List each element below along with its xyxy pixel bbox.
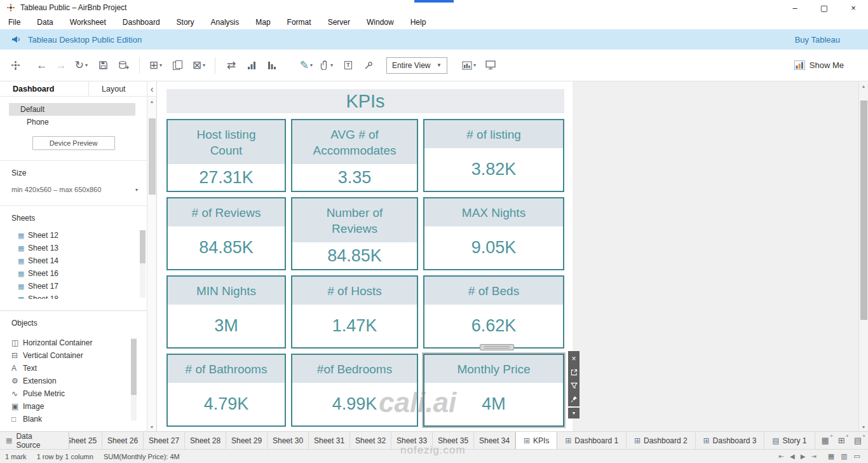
sheet-list-item-sheet-13[interactable]: ▦Sheet 13 xyxy=(0,242,147,254)
last-tab-button[interactable]: ⇥ xyxy=(811,453,816,460)
kpi-card-monthly-price[interactable]: Monthly Price4M xyxy=(423,354,564,427)
sheet-list-item-sheet-16[interactable]: ▦Sheet 16 xyxy=(0,267,147,280)
tab-sheet-28[interactable]: Sheet 28 xyxy=(185,432,226,449)
tab-sheet-29[interactable]: Sheet 29 xyxy=(226,432,268,449)
kpi-card-of-beds[interactable]: # of Beds6.62K xyxy=(423,275,564,349)
tab-dashboard-2[interactable]: ⊞Dashboard 2 xyxy=(627,432,696,449)
tab-dashboard[interactable]: Dashboard xyxy=(0,81,88,96)
object-item-blank[interactable]: □Blank xyxy=(0,413,147,423)
scrollbar-thumb[interactable] xyxy=(131,339,137,395)
swap-axes-button[interactable]: ⇄ xyxy=(224,59,239,72)
tab-sheet-26[interactable]: Sheet 26 xyxy=(102,432,144,449)
close-button[interactable]: × xyxy=(839,0,868,15)
redo-button[interactable]: → xyxy=(53,59,69,72)
sort-descending-button[interactable] xyxy=(264,61,280,70)
show-hide-cards-button[interactable]: ▾ xyxy=(461,61,477,70)
device-option-default[interactable]: Default xyxy=(9,103,135,116)
kpi-card-of-bedrooms[interactable]: #of Bedrooms4.99K xyxy=(291,354,418,427)
tab-dashboard-1[interactable]: ⊞Dashboard 1 xyxy=(557,432,627,449)
menu-item-help[interactable]: Help xyxy=(402,15,435,29)
menu-item-story[interactable]: Story xyxy=(168,15,203,29)
group-members-button[interactable]: ▾ xyxy=(319,60,334,70)
collapse-pane-button[interactable]: ‹ xyxy=(147,81,156,97)
tab-sheet-32[interactable]: Sheet 32 xyxy=(350,432,391,449)
object-item-image[interactable]: ▣Image xyxy=(0,400,147,413)
size-selector[interactable]: min 420x560 – max 650x860 ▾ xyxy=(11,183,138,197)
sort-ascending-button[interactable] xyxy=(244,61,259,70)
tab-sheet-34[interactable]: Sheet 34 xyxy=(474,432,515,449)
next-tab-button[interactable]: ▶ xyxy=(801,453,806,460)
show-me-button[interactable]: Show Me xyxy=(794,60,844,70)
buy-tableau-link[interactable]: Buy Tableau xyxy=(795,35,840,45)
highlight-button[interactable]: ✎▾ xyxy=(299,59,314,72)
menu-item-worksheet[interactable]: Worksheet xyxy=(62,15,114,29)
scrollbar-thumb[interactable] xyxy=(860,100,867,320)
sheets-scrollbar[interactable] xyxy=(140,230,146,298)
sheet-list-item-sheet-18[interactable]: ▦Sheet 18 xyxy=(0,293,147,299)
menu-item-format[interactable]: Format xyxy=(279,15,320,29)
new-worksheet-toolbar-button[interactable]: ⊞▾ xyxy=(148,59,163,72)
scroll-up-button[interactable]: ▲ xyxy=(859,81,868,90)
scrollbar-thumb[interactable] xyxy=(140,230,146,263)
menu-item-dashboard[interactable]: Dashboard xyxy=(114,15,168,29)
fix-axes-button[interactable] xyxy=(361,61,376,70)
zone-move-handle[interactable] xyxy=(480,344,514,350)
kpi-card-avg-of-accommodates[interactable]: AVG # of Accommodates3.35 xyxy=(291,119,418,192)
scroll-up-button[interactable]: ▲ xyxy=(147,97,156,106)
device-option-phone[interactable]: Phone xyxy=(9,116,135,128)
object-item-horizontal-container[interactable]: ◫Horizontal Container xyxy=(0,336,147,349)
clear-sheet-button[interactable]: ⊠▾ xyxy=(191,59,207,72)
tab-layout[interactable]: Layout xyxy=(88,81,147,96)
menu-item-file[interactable]: File xyxy=(0,15,29,29)
tab-story-1[interactable]: ▤Story 1 xyxy=(764,432,815,449)
tab-sheet-33[interactable]: Sheet 33 xyxy=(391,432,433,449)
fit-selector[interactable]: Entire View ▼ xyxy=(386,57,447,74)
tab-data-source[interactable]: ▦ Data Source xyxy=(0,432,69,449)
tab-sheet-35[interactable]: Sheet 35 xyxy=(433,432,474,449)
objects-scrollbar[interactable] xyxy=(131,338,137,420)
tab-sheet-25[interactable]: Sheet 25 xyxy=(69,432,102,449)
start-page-button[interactable] xyxy=(8,60,23,70)
object-item-text[interactable]: AText xyxy=(0,362,147,375)
menu-item-map[interactable]: Map xyxy=(247,15,278,29)
menu-item-window[interactable]: Window xyxy=(358,15,402,29)
object-item-extension[interactable]: ⚙Extension xyxy=(0,375,147,387)
sheet-list-item-sheet-17[interactable]: ▦Sheet 17 xyxy=(0,280,147,293)
duplicate-button[interactable] xyxy=(170,60,185,70)
tab-sheet-31[interactable]: Sheet 31 xyxy=(309,432,350,449)
new-worksheet-button[interactable]: ▦+ xyxy=(822,436,829,445)
new-story-button[interactable]: ▤+ xyxy=(854,436,862,445)
kpi-card-max-nights[interactable]: MAX Nights9.05K xyxy=(423,197,564,270)
first-tab-button[interactable]: ⇤ xyxy=(779,453,784,460)
refresh-button[interactable]: ↻▾ xyxy=(74,59,89,72)
object-item-pulse-metric[interactable]: ∿Pulse Metric xyxy=(0,387,147,400)
tab-kpis[interactable]: ⊞KPIs xyxy=(515,432,557,449)
scrollbar-track[interactable] xyxy=(147,106,156,422)
remove-zone-button[interactable]: × xyxy=(568,354,580,364)
save-button[interactable] xyxy=(95,60,111,70)
scrollbar-thumb[interactable] xyxy=(149,118,156,195)
show-tabs-button[interactable]: ▭ xyxy=(854,452,860,460)
new-dashboard-button[interactable]: ⊞+ xyxy=(838,436,845,445)
presentation-mode-button[interactable] xyxy=(483,60,498,70)
menu-item-data[interactable]: Data xyxy=(29,15,61,29)
device-preview-button[interactable]: Device Preview xyxy=(32,136,115,150)
tab-sheet-27[interactable]: Sheet 27 xyxy=(144,432,185,449)
sheet-list-item-sheet-12[interactable]: ▦Sheet 12 xyxy=(0,229,147,242)
show-mark-labels-button[interactable]: T xyxy=(341,61,356,69)
kpi-card-number-of-reviews[interactable]: Number of Reviews84.85K xyxy=(291,197,418,270)
scroll-down-button[interactable]: ▼ xyxy=(147,422,156,431)
object-item-vertical-container[interactable]: ⊟Vertical Container xyxy=(0,349,147,362)
scrollbar-track[interactable] xyxy=(859,90,868,422)
tab-dashboard-3[interactable]: ⊞Dashboard 3 xyxy=(696,432,765,449)
use-as-filter-button[interactable] xyxy=(568,380,580,390)
fix-zone-button[interactable] xyxy=(568,394,580,404)
kpi-card-of-hosts[interactable]: # of Hosts1.47K xyxy=(291,275,418,349)
menu-item-analysis[interactable]: Analysis xyxy=(203,15,248,29)
previous-tab-button[interactable]: ◀ xyxy=(790,453,795,460)
kpi-card-host-listing-count[interactable]: Host listing Count27.31K xyxy=(166,119,286,192)
maximize-button[interactable]: ▢ xyxy=(810,0,839,15)
undo-button[interactable]: ← xyxy=(34,59,50,72)
scroll-down-button[interactable]: ▼ xyxy=(859,422,868,431)
show-filmstrip-button[interactable]: ▥ xyxy=(841,452,847,460)
